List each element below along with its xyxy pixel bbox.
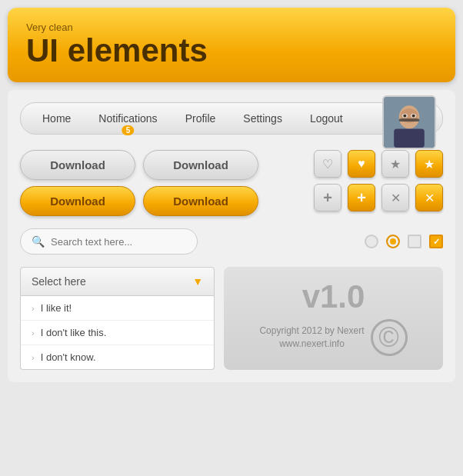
header-title: UI elements <box>26 33 437 68</box>
dropdown-option-3[interactable]: › I don't know. <box>21 345 214 369</box>
option-arrow-icon-2: › <box>32 328 35 338</box>
svg-point-8 <box>412 115 415 118</box>
x-orange-button[interactable]: ✕ <box>415 184 443 211</box>
download-button-orange-2[interactable]: Download <box>143 186 258 216</box>
copyright-line1: Copyright 2012 by Nexert <box>259 325 364 338</box>
icon-buttons-section: ♡ ♥ ★ ★ + + ✕ ✕ <box>314 150 443 211</box>
nav-item-settings[interactable]: Settings <box>229 108 296 129</box>
radio-unselected[interactable] <box>365 235 378 248</box>
search-input[interactable] <box>51 236 186 248</box>
x-gray-button[interactable]: ✕ <box>381 184 409 211</box>
option-arrow-icon-1: › <box>32 304 35 313</box>
dropdown-placeholder: Select here <box>32 275 86 288</box>
plus-orange-button[interactable]: + <box>348 184 375 211</box>
nav-item-logout[interactable]: Logout <box>296 108 357 129</box>
radio-checkbox-row: ✓ <box>365 235 443 248</box>
radio-selected[interactable] <box>386 235 400 248</box>
plus-gray-button[interactable]: + <box>314 184 341 211</box>
header-banner: Very clean UI elements <box>8 8 455 82</box>
navbar: Home Notifications 5 Profile Settings Lo… <box>20 102 443 135</box>
version-number: v1.0 <box>302 281 365 313</box>
option-arrow-icon-3: › <box>32 353 35 362</box>
nav-item-notifications[interactable]: Notifications 5 <box>85 108 171 129</box>
star-orange-button[interactable]: ★ <box>415 150 443 178</box>
download-button-orange-1[interactable]: Download <box>20 186 135 216</box>
nav-item-home[interactable]: Home <box>28 108 85 129</box>
dropdown-options: › I like it! › I don't like this. › I do… <box>20 296 215 370</box>
copyright-line2: www.nexert.info <box>259 338 364 351</box>
avatar-image <box>384 97 435 148</box>
svg-rect-4 <box>399 118 419 121</box>
heart-orange-button[interactable]: ♥ <box>348 150 375 178</box>
nav-items: Home Notifications 5 Profile Settings Lo… <box>28 108 435 129</box>
download-button-gray-1[interactable]: Download <box>20 150 135 180</box>
copyright-symbol: © <box>371 319 408 356</box>
main-content: Home Notifications 5 Profile Settings Lo… <box>8 90 455 382</box>
svg-point-7 <box>403 115 406 118</box>
search-controls-row: 🔍 ✓ <box>20 228 443 255</box>
heart-gray-button[interactable]: ♡ <box>314 150 341 178</box>
download-button-gray-2[interactable]: Download <box>143 150 258 180</box>
dropdown-container: Select here ▼ › I like it! › I don't lik… <box>20 267 215 370</box>
dropdown-option-1[interactable]: › I like it! <box>21 296 214 321</box>
star-gray-button[interactable]: ★ <box>381 150 409 178</box>
icon-row-hearts-stars: ♡ ♥ ★ ★ <box>314 150 443 178</box>
version-box: v1.0 Copyright 2012 by Nexert www.nexert… <box>224 267 443 370</box>
checkbox-unchecked[interactable] <box>408 235 421 248</box>
bottom-row: Select here ▼ › I like it! › I don't lik… <box>20 267 443 370</box>
icon-row-plus-x: + + ✕ ✕ <box>314 184 443 211</box>
svg-rect-2 <box>394 129 425 148</box>
search-box: 🔍 <box>20 228 198 255</box>
nav-item-profile[interactable]: Profile <box>172 108 230 129</box>
notification-badge: 5 <box>122 125 135 135</box>
avatar <box>382 95 436 149</box>
copyright-row: Copyright 2012 by Nexert www.nexert.info… <box>259 319 407 356</box>
dropdown-arrow-icon: ▼ <box>192 275 203 288</box>
dropdown-option-2[interactable]: › I don't like this. <box>21 321 214 345</box>
checkbox-checked[interactable]: ✓ <box>429 235 443 248</box>
search-icon: 🔍 <box>32 235 45 248</box>
header-subtitle: Very clean <box>26 22 437 33</box>
dropdown-header[interactable]: Select here ▼ <box>20 267 215 296</box>
